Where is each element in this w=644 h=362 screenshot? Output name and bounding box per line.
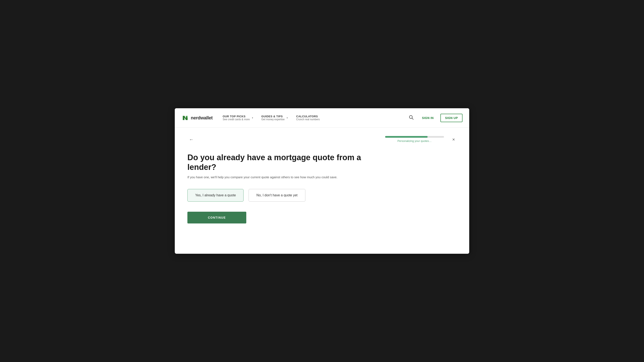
nav-item-top-picks[interactable]: OUR TOP PICKS See credit cards & more ▾ [219,113,256,123]
continue-button[interactable]: CONTINUE [188,212,246,223]
option-no[interactable]: No, I don't have a quote yet [248,189,305,202]
progress-label: Personalizing your quotes… [385,139,444,143]
sign-in-button[interactable]: SIGN IN [418,115,437,121]
search-button[interactable] [407,113,415,122]
option-yes[interactable]: Yes, I already have a quote [188,189,244,202]
logo-text: nerdwallet [191,115,213,121]
sign-up-button[interactable]: SIGN UP [440,114,462,122]
progress-area: Personalizing your quotes… [385,136,444,143]
svg-line-2 [412,118,414,120]
option-yes-label: Yes, I already have a quote [195,193,236,197]
progress-bar-track [385,136,444,138]
calculators-title: CALCULATORS [296,115,320,118]
question-subtitle: If you have one, we'll help you compare … [188,175,377,179]
browser-frame: nerdwallet OUR TOP PICKS See credit card… [175,108,469,254]
close-icon: × [452,137,455,142]
calculators-subtitle: Crunch real numbers [296,118,320,121]
nerdwallet-logo-icon [182,114,189,122]
nav-right: SIGN IN SIGN UP [407,113,462,122]
top-picks-chevron-icon: ▾ [252,117,253,119]
question-title: Do you already have a mortgage quote fro… [188,153,377,172]
guides-chevron-icon: ▾ [287,117,288,119]
nav-item-calculators[interactable]: CALCULATORS Crunch real numbers [293,113,323,123]
back-button[interactable]: ← [188,136,196,143]
navbar: nerdwallet OUR TOP PICKS See credit card… [175,108,469,128]
top-picks-subtitle: See credit cards & more [223,118,250,121]
nav-item-guides[interactable]: GUIDES & TIPS Get money expertise ▾ [258,113,291,123]
nav-items: OUR TOP PICKS See credit cards & more ▾ … [219,113,407,123]
top-picks-title: OUR TOP PICKS [223,115,250,118]
main-content: ← × Personalizing your quotes… Do you al… [175,128,469,254]
guides-subtitle: Get money expertise [262,118,285,121]
options-row: Yes, I already have a quote No, I don't … [188,189,377,202]
search-icon [409,116,414,120]
close-button[interactable]: × [450,136,456,143]
progress-bar-fill [385,136,428,138]
option-no-label: No, I don't have a quote yet [256,193,298,197]
content-body: Do you already have a mortgage quote fro… [188,136,377,223]
logo[interactable]: nerdwallet [182,114,213,122]
guides-title: GUIDES & TIPS [262,115,285,118]
back-arrow-icon: ← [189,137,194,142]
